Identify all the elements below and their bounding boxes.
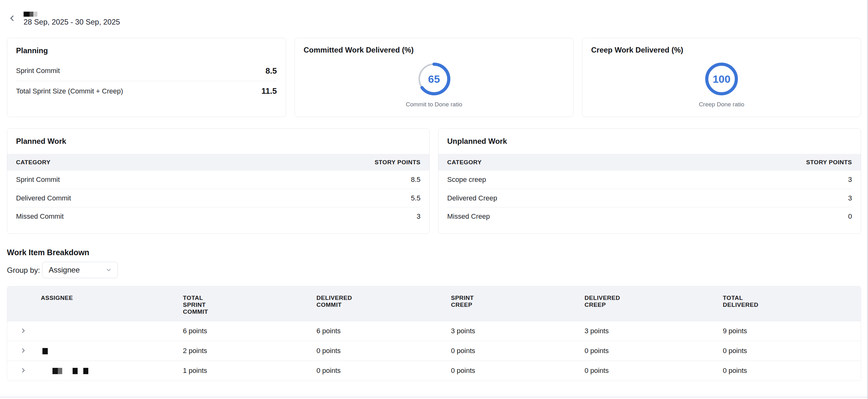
column-header-delivered-commit: DELIVERED COMMIT	[316, 286, 358, 308]
points-cell: 0	[848, 212, 852, 221]
table-row: Scope creep 3	[447, 171, 852, 189]
planning-card-title: Planning	[16, 46, 277, 55]
date-range: 28 Sep, 2025 - 30 Sep, 2025	[24, 18, 120, 26]
group-by-dropdown[interactable]: Assignee	[42, 262, 118, 278]
planning-row-total-sprint-size: Total Sprint Size (Commit + Creep) 11.5	[16, 81, 277, 101]
column-header-story-points: STORY POINTS	[375, 159, 421, 166]
sprint-title-redacted	[24, 12, 37, 17]
unplanned-work-card: Unplanned Work CATEGORY STORY POINTS Sco…	[438, 129, 861, 234]
table-row: Missed Creep 0	[447, 207, 852, 225]
committed-work-card: Committed Work Delivered (%) 65 Commit t…	[294, 38, 574, 117]
category-cell: Sprint Commit	[16, 176, 60, 184]
group-by-value: Assignee	[49, 265, 80, 275]
chevron-right-icon	[20, 327, 26, 334]
breakdown-row[interactable]: 2 points 0 points 0 points 0 points 0 po…	[7, 341, 861, 361]
assignee-cell-redacted	[41, 347, 183, 355]
points-cell: 5.5	[411, 194, 421, 202]
chevron-right-icon	[20, 347, 26, 354]
breakdown-header-row: ASSIGNEE TOTAL SPRINT COMMIT DELIVERED C…	[7, 286, 861, 321]
column-header-total-sprint-commit: TOTAL SPRINT COMMIT	[183, 286, 224, 315]
breakdown-row[interactable]: 1 points 0 points 0 points 0 points 0 po…	[7, 361, 861, 380]
sprint-creep-cell: 0 points	[451, 347, 585, 355]
column-header-delivered-creep: DELIVERED CREEP	[585, 286, 626, 308]
planned-work-title: Planned Work	[7, 137, 429, 146]
total-sprint-commit-cell: 6 points	[183, 327, 316, 335]
assignee-cell-redacted	[41, 367, 183, 375]
total-sprint-commit-cell: 1 points	[183, 367, 316, 375]
breakdown-row[interactable]: 6 points 6 points 3 points 3 points 9 po…	[7, 321, 861, 341]
work-item-breakdown-title: Work Item Breakdown	[7, 248, 89, 257]
row-value: 11.5	[261, 86, 277, 96]
redaction-block	[24, 12, 30, 17]
gauge-value: 65	[418, 63, 450, 95]
chevron-right-icon	[20, 367, 26, 373]
redaction-block	[33, 12, 37, 17]
row-label: Sprint Commit	[16, 67, 60, 75]
breakdown-table: ASSIGNEE TOTAL SPRINT COMMIT DELIVERED C…	[7, 286, 861, 381]
sprint-creep-cell: 3 points	[451, 327, 585, 335]
planning-rows: Sprint Commit 8.5 Total Sprint Size (Com…	[16, 61, 277, 101]
table-row: Delivered Creep 3	[447, 189, 852, 207]
delivered-creep-cell: 0 points	[585, 347, 723, 355]
category-cell: Scope creep	[447, 176, 486, 184]
creep-progress-ring: 100	[705, 63, 738, 95]
points-cell: 8.5	[411, 176, 421, 184]
delivered-creep-cell: 3 points	[585, 327, 723, 335]
total-sprint-commit-cell: 2 points	[183, 347, 316, 355]
delivered-creep-cell: 0 points	[585, 367, 723, 375]
points-cell: 3	[848, 194, 852, 202]
column-header-total-delivered: TOTAL DELIVERED	[723, 286, 764, 308]
column-header-assignee: ASSIGNEE	[41, 286, 88, 302]
gauge-caption: Commit to Done ratio	[406, 101, 462, 108]
points-cell: 3	[417, 212, 421, 221]
committed-progress-ring: 65	[418, 63, 450, 95]
redaction-block	[72, 368, 78, 374]
column-header-sprint-creep: SPRINT CREEP	[451, 286, 492, 308]
row-label: Total Sprint Size (Commit + Creep)	[16, 87, 123, 95]
total-delivered-cell: 0 points	[723, 367, 861, 375]
planned-work-header: CATEGORY STORY POINTS	[7, 154, 429, 171]
committed-gauge: 65 Commit to Done ratio	[304, 54, 564, 108]
category-cell: Missed Creep	[447, 212, 490, 221]
category-cell: Delivered Creep	[447, 194, 497, 202]
planning-row-sprint-commit: Sprint Commit 8.5	[16, 61, 277, 81]
bottom-divider	[0, 397, 868, 397]
gauge-value: 100	[705, 63, 738, 95]
chevron-down-icon	[105, 267, 112, 273]
points-cell: 3	[848, 176, 852, 184]
table-row: Missed Commit 3	[16, 207, 421, 225]
column-header-category: CATEGORY	[447, 159, 482, 166]
expand-row-button[interactable]	[19, 366, 28, 375]
total-delivered-cell: 9 points	[723, 327, 861, 335]
category-cell: Delivered Commit	[16, 194, 71, 202]
delivered-commit-cell: 6 points	[316, 327, 451, 335]
total-delivered-cell: 0 points	[723, 347, 861, 355]
group-by-label: Group by:	[7, 266, 40, 275]
expand-row-button[interactable]	[19, 346, 28, 355]
sprint-report-page: 28 Sep, 2025 - 30 Sep, 2025 Planning Spr…	[0, 0, 868, 399]
redaction-block	[53, 368, 62, 374]
committed-card-title: Committed Work Delivered (%)	[304, 46, 564, 54]
gauge-caption: Creep Done ratio	[699, 101, 744, 108]
redaction-block	[83, 368, 88, 374]
category-cell: Missed Commit	[16, 212, 64, 221]
redaction-block	[30, 12, 33, 17]
row-value: 8.5	[266, 66, 277, 76]
delivered-commit-cell: 0 points	[316, 347, 451, 355]
back-button[interactable]	[7, 13, 18, 24]
creep-card-title: Creep Work Delivered (%)	[591, 46, 852, 54]
unplanned-work-header: CATEGORY STORY POINTS	[438, 154, 861, 171]
table-row: Delivered Commit 5.5	[16, 189, 421, 207]
expand-row-button[interactable]	[19, 326, 28, 336]
creep-gauge: 100 Creep Done ratio	[591, 54, 852, 108]
planning-card: Planning Sprint Commit 8.5 Total Sprint …	[7, 38, 286, 117]
chevron-left-icon	[9, 15, 16, 22]
table-row: Sprint Commit 8.5	[16, 171, 421, 189]
planned-work-card: Planned Work CATEGORY STORY POINTS Sprin…	[7, 129, 430, 234]
creep-work-card: Creep Work Delivered (%) 100 Creep Done …	[582, 38, 861, 117]
column-header-category: CATEGORY	[16, 159, 51, 166]
delivered-commit-cell: 0 points	[316, 367, 451, 375]
sprint-creep-cell: 0 points	[451, 367, 585, 375]
redaction-block	[42, 348, 48, 354]
unplanned-work-title: Unplanned Work	[438, 137, 861, 146]
